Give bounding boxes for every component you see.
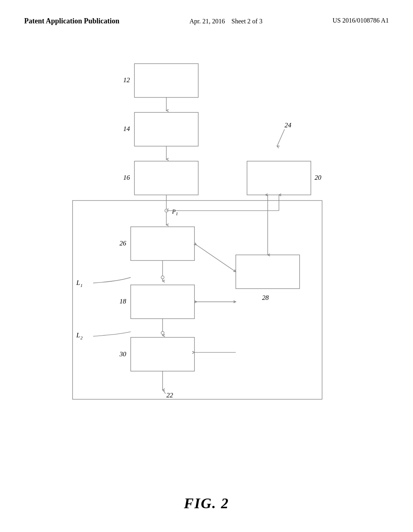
box-16: [134, 161, 198, 195]
label-22: 22: [166, 391, 173, 399]
label-p1: P: [171, 208, 175, 215]
box-26: [131, 227, 194, 261]
label-20: 20: [315, 174, 321, 181]
box-18: [131, 285, 194, 319]
label-30: 30: [119, 350, 126, 358]
diagram-area: 12 14 16 20 24 P 1: [0, 52, 413, 484]
label-p1-sub: 1: [176, 211, 178, 216]
junction-l1: [161, 276, 164, 279]
label-16: 16: [123, 174, 130, 181]
label-12: 12: [123, 76, 130, 84]
box-12: [134, 64, 198, 98]
box-30: [131, 337, 194, 371]
label-l1: L: [76, 279, 80, 287]
sheet: Sheet 2 of 3: [232, 18, 263, 25]
figure-label: FIG. 2: [184, 495, 229, 512]
date: Apr. 21, 2016: [190, 18, 225, 25]
diagram-svg: 12 14 16 20 24 P 1: [0, 52, 413, 484]
patent-number: US 2016/0108786 A1: [332, 16, 389, 25]
label-28: 28: [262, 294, 269, 301]
box-28: [236, 255, 300, 289]
label-l2-sub: 2: [80, 335, 83, 340]
page-header: Patent Application Publication Apr. 21, …: [0, 16, 413, 27]
label-24: 24: [285, 121, 292, 129]
label-l2: L: [76, 331, 80, 339]
publication-label: Patent Application Publication: [24, 16, 119, 26]
label-14: 14: [123, 125, 130, 133]
box-14: [134, 112, 198, 146]
date-sheet: Apr. 21, 2016 Sheet 2 of 3: [190, 16, 263, 27]
box-20: [247, 161, 311, 195]
outer-box: [73, 201, 322, 399]
junction-l2: [161, 331, 164, 334]
label-18: 18: [119, 297, 126, 305]
label-l1-sub: 1: [80, 283, 83, 288]
label-26: 26: [119, 239, 126, 247]
arrow-24: [277, 129, 285, 146]
